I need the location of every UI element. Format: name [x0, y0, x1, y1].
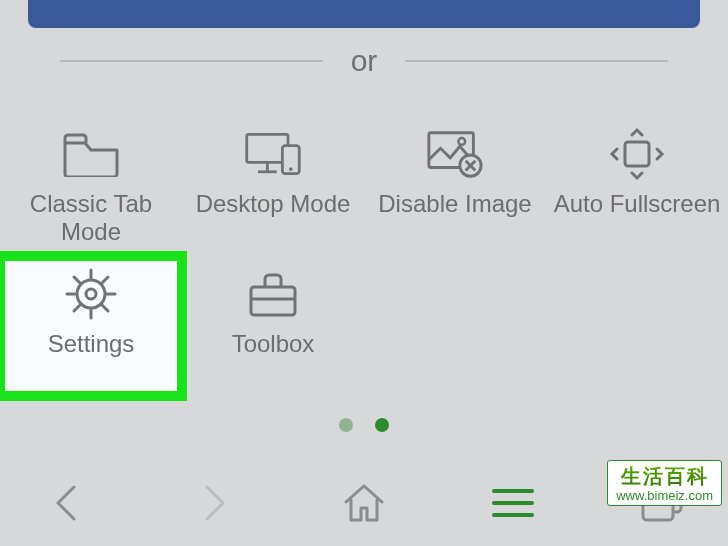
- watermark: 生活百科 www.bimeiz.com: [607, 460, 722, 506]
- chevron-right-icon: [201, 483, 229, 523]
- or-divider: or: [0, 44, 728, 78]
- or-text: or: [351, 44, 378, 78]
- page-dot-2[interactable]: [375, 418, 389, 432]
- svg-rect-10: [625, 142, 649, 166]
- menu-item-label: Disable Image: [378, 190, 531, 218]
- menu-item-label: Settings: [48, 330, 135, 358]
- menu-item-classic-tab-mode[interactable]: Classic Tab Mode: [0, 116, 182, 256]
- svg-line-17: [74, 277, 80, 283]
- svg-rect-21: [251, 287, 295, 315]
- toolbox-icon: [243, 268, 303, 320]
- menu-item-desktop-mode[interactable]: Desktop Mode: [182, 116, 364, 256]
- forward-button[interactable]: [185, 473, 245, 533]
- menu-item-label: Toolbox: [232, 330, 315, 358]
- menu-item-auto-fullscreen[interactable]: Auto Fullscreen: [546, 116, 728, 256]
- menu-item-label: Auto Fullscreen: [554, 190, 721, 218]
- divider-line-right: [405, 60, 668, 62]
- divider-line-left: [60, 60, 323, 62]
- desktop-icon: [243, 128, 303, 180]
- hamburger-icon: [491, 486, 535, 520]
- back-button[interactable]: [36, 473, 96, 533]
- home-icon: [342, 482, 386, 524]
- image-off-icon: [425, 128, 485, 180]
- home-button[interactable]: [334, 473, 394, 533]
- page-dot-1[interactable]: [339, 418, 353, 432]
- fullscreen-icon: [607, 128, 667, 180]
- chevron-left-icon: [52, 483, 80, 523]
- svg-point-11: [77, 280, 105, 308]
- menu-item-toolbox[interactable]: Toolbox: [182, 256, 364, 396]
- menu-button[interactable]: [483, 473, 543, 533]
- svg-point-6: [458, 138, 465, 145]
- svg-line-18: [102, 305, 108, 311]
- svg-point-4: [289, 167, 293, 171]
- watermark-url: www.bimeiz.com: [616, 488, 713, 504]
- svg-line-20: [74, 305, 80, 311]
- svg-line-19: [102, 277, 108, 283]
- collapsed-top-bar: [28, 0, 700, 28]
- watermark-title: 生活百科: [616, 464, 713, 488]
- svg-point-12: [86, 289, 96, 299]
- page-indicator: [0, 418, 728, 432]
- folder-icon: [61, 128, 121, 180]
- menu-item-settings[interactable]: Settings: [0, 256, 182, 396]
- menu-item-label: Classic Tab Mode: [0, 190, 182, 245]
- menu-grid: Classic Tab Mode Desktop Mode: [0, 110, 728, 396]
- menu-item-disable-image[interactable]: Disable Image: [364, 116, 546, 256]
- gear-icon: [61, 268, 121, 320]
- menu-item-label: Desktop Mode: [196, 190, 351, 218]
